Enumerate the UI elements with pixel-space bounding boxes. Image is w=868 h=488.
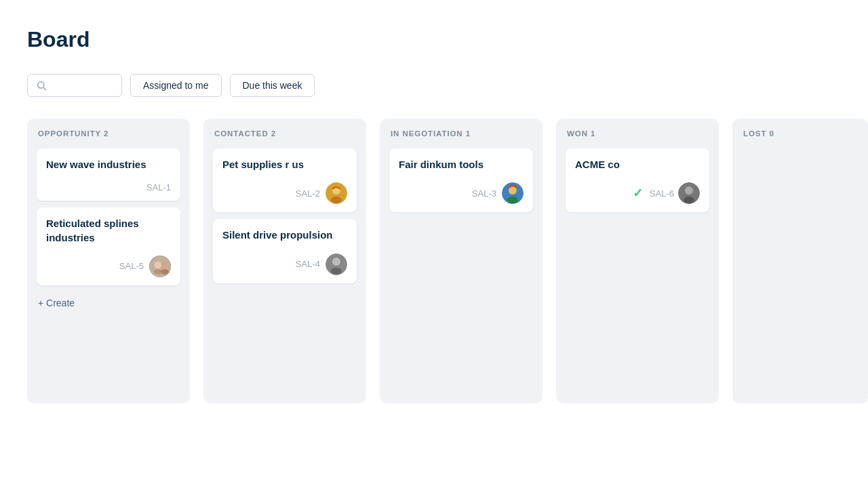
create-button[interactable]: + Create: [37, 295, 180, 311]
card-title: Silent drive propulsion: [222, 228, 347, 242]
svg-point-15: [507, 197, 518, 203]
card-id: SAL-5: [119, 261, 144, 271]
card-title: ACME co: [575, 158, 700, 171]
card-meta: SAL-1: [46, 182, 171, 192]
card-sal5[interactable]: Reticulated splines industries SAL-5: [37, 207, 180, 285]
column-opportunity: OPPORTUNITY 2 New wave industries SAL-1 …: [27, 119, 190, 403]
card-sal1[interactable]: New wave industries SAL-1: [37, 148, 180, 201]
card-sal2[interactable]: Pet supplies r us SAL-2: [213, 148, 357, 212]
svg-point-18: [684, 197, 694, 203]
svg-point-12: [331, 268, 342, 274]
svg-point-4: [161, 261, 169, 268]
due-this-week-button[interactable]: Due this week: [230, 74, 315, 97]
avatar: [502, 182, 524, 204]
svg-point-9: [331, 197, 342, 203]
column-header-opportunity: OPPORTUNITY 2: [37, 129, 180, 138]
page-title: Board: [27, 27, 841, 52]
avatar: [149, 256, 171, 277]
card-sal3[interactable]: Fair dinkum tools SAL-3: [389, 148, 533, 212]
column-header-lost: LOST 0: [742, 129, 859, 138]
card-title: Reticulated splines industries: [46, 217, 171, 245]
card-sal4[interactable]: Silent drive propulsion SAL-4: [213, 219, 357, 283]
search-box[interactable]: [27, 74, 122, 97]
card-title: Pet supplies r us: [222, 158, 347, 171]
card-meta: SAL-5: [46, 256, 171, 277]
avatar: [678, 182, 700, 204]
card-meta: SAL-3: [399, 182, 524, 204]
column-lost: LOST 0: [732, 119, 868, 403]
toolbar: Assigned to me Due this week: [27, 74, 841, 97]
card-title: Fair dinkum tools: [399, 158, 524, 171]
column-header-negotiation: IN NEGOTIATION 1: [389, 129, 533, 138]
card-meta: ✓ SAL-6: [575, 182, 700, 204]
card-meta: SAL-4: [222, 253, 347, 275]
card-id: SAL-4: [296, 259, 320, 269]
avatar: [326, 253, 347, 275]
column-negotiation: IN NEGOTIATION 1 Fair dinkum tools SAL-3: [380, 119, 542, 403]
svg-point-3: [155, 261, 162, 268]
card-meta: SAL-2: [222, 182, 347, 204]
column-contacted: CONTACTED 2 Pet supplies r us SAL-2: [203, 119, 366, 403]
svg-point-6: [161, 269, 169, 274]
column-header-contacted: CONTACTED 2: [213, 129, 357, 138]
card-id: SAL-2: [296, 188, 320, 199]
svg-point-11: [332, 258, 340, 266]
assigned-to-me-button[interactable]: Assigned to me: [130, 74, 222, 97]
svg-line-1: [43, 87, 46, 90]
card-id: SAL-6: [650, 188, 674, 199]
card-title: New wave industries: [46, 158, 171, 171]
avatar: [326, 182, 347, 204]
svg-point-17: [685, 186, 693, 195]
card-id: SAL-1: [146, 182, 171, 192]
search-input[interactable]: [52, 80, 113, 91]
column-header-won: WON 1: [566, 129, 709, 138]
won-check-icon: ✓: [633, 186, 643, 201]
column-won: WON 1 ACME co ✓ SAL-6: [556, 119, 719, 403]
search-icon: [36, 80, 47, 91]
card-sal6[interactable]: ACME co ✓ SAL-6: [566, 148, 709, 212]
card-id: SAL-3: [472, 188, 496, 199]
board: OPPORTUNITY 2 New wave industries SAL-1 …: [27, 119, 841, 403]
